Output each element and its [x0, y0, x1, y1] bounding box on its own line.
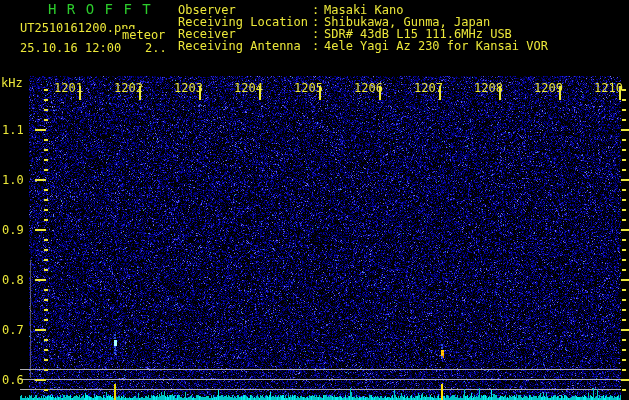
y-tick-label: 0.7 [2, 324, 24, 336]
info-row: Receiving Antenna:4ele Yagi Az 230 for K… [178, 40, 548, 52]
x-tick-label: 1205 [263, 82, 323, 94]
y-tick-label: 1.0 [2, 174, 24, 186]
y-tick-label: 0.8 [2, 274, 24, 286]
echo-counter: 2.. [145, 42, 167, 54]
y-tick-label: 0.9 [2, 224, 24, 236]
y-tick-label: 1.1 [2, 124, 24, 136]
datetime-label: 25.10.16 12:00 [20, 42, 121, 54]
x-tick-label: 1202 [83, 82, 143, 94]
info-colon: : [312, 40, 324, 52]
x-tick-label: 1204 [203, 82, 263, 94]
x-tick-label: 1210 [563, 82, 623, 94]
x-tick-label: 1209 [503, 82, 563, 94]
y-tick-label: 0.6 [2, 374, 24, 386]
x-tick-label: 1207 [383, 82, 443, 94]
x-tick-label: 1206 [323, 82, 383, 94]
x-tick-label: 1208 [443, 82, 503, 94]
spectrogram-canvas [0, 0, 629, 400]
info-label: Receiving Antenna [178, 40, 312, 52]
y-axis-unit-label: kHz [1, 77, 23, 89]
x-tick-label: 1201 [23, 82, 83, 94]
x-tick-label: 1203 [143, 82, 203, 94]
station-info-block: Observer:Masaki KanoReceiving Location:S… [178, 4, 548, 52]
hrofft-window: H R O F F T UT2510161200.png meteor 25.1… [0, 0, 629, 400]
app-title: H R O F F T [48, 2, 152, 16]
output-filename: UT2510161200.png [20, 22, 136, 34]
station-label: meteor [121, 29, 166, 41]
info-value: 4ele Yagi Az 230 for Kansai VOR [324, 39, 548, 53]
